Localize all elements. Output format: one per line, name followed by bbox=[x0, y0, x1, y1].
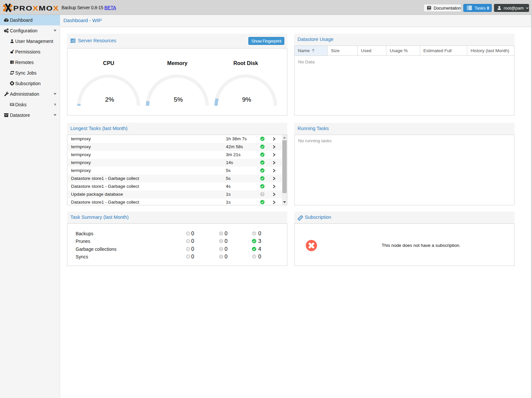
svg-text:2%: 2% bbox=[105, 96, 114, 103]
svg-text:9%: 9% bbox=[242, 96, 251, 103]
svg-text:5%: 5% bbox=[174, 96, 183, 103]
